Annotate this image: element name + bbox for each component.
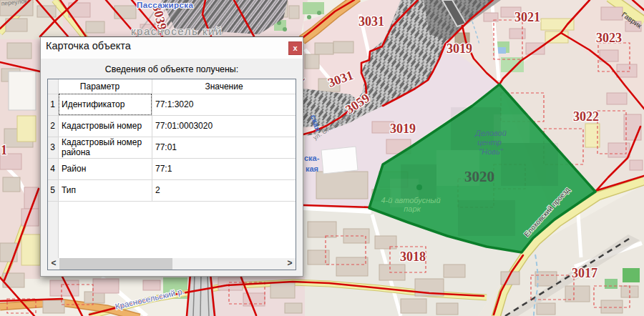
svg-text:Деловой: Деловой [474,129,507,137]
svg-text:Пассажирска: Пассажирска [137,1,193,9]
svg-text:3022: 3022 [573,109,599,124]
svg-text:3019: 3019 [390,122,416,136]
svg-text:кая: кая [306,164,318,173]
svg-text:3031: 3031 [358,14,384,29]
svg-text:3023: 3023 [596,31,622,45]
svg-text:3020: 3020 [464,168,494,185]
svg-text:"Новь": "Новь" [479,147,503,156]
svg-text:4-й автобусный: 4-й автобусный [381,196,440,204]
svg-text:3019: 3019 [447,41,472,56]
svg-text:центр: центр [477,138,502,147]
svg-text:3017: 3017 [572,266,597,280]
svg-text:3018: 3018 [400,250,426,264]
svg-text:красносель кий: красносель кий [131,25,223,37]
svg-text:парк: парк [404,204,421,213]
svg-text:3021: 3021 [514,10,540,24]
svg-text:1: 1 [1,143,7,157]
svg-text:ска-: ска- [304,154,320,162]
